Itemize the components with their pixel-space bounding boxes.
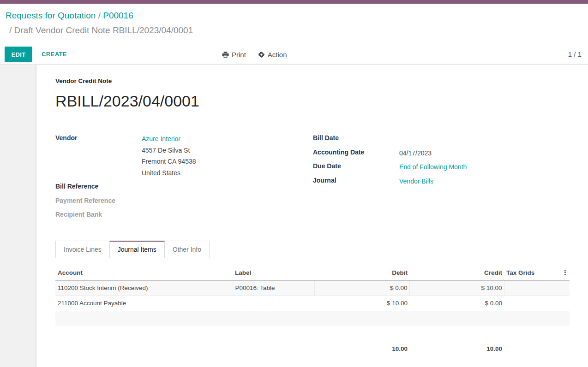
app-top-bar: [0, 0, 588, 4]
tab-invoice-lines[interactable]: Invoice Lines: [55, 241, 110, 258]
cell-credit[interactable]: $ 0.00: [409, 296, 504, 311]
cell-debit[interactable]: $ 10.00: [314, 296, 409, 311]
vendor-field-label: Vendor: [55, 133, 142, 142]
cell-tax-grids[interactable]: [504, 280, 570, 296]
field-journal: Journal Vendor Bills: [313, 176, 569, 190]
action-menus: Print Action: [222, 47, 287, 62]
create-button[interactable]: CREATE: [42, 47, 67, 62]
vendor-field-value: Azure Interior 4557 De Silva St Fremont …: [142, 133, 196, 178]
column-header-credit[interactable]: Credit: [409, 265, 504, 281]
vendor-address-line3: United States: [142, 167, 196, 179]
field-accounting-date: Accounting Date 04/17/2023: [313, 148, 569, 162]
gear-icon: [258, 51, 265, 58]
vendor-address-line1: 4557 De Silva St: [142, 145, 196, 156]
action-label: Action: [268, 51, 287, 59]
accounting-date-label: Accounting Date: [313, 148, 399, 156]
vendor-address-line2: Fremont CA 94538: [142, 156, 196, 167]
breadcrumb-separator-2: /: [9, 25, 12, 35]
cell-credit[interactable]: $ 10.00: [409, 280, 504, 296]
breadcrumb-line2: / Draft Vendor Credit Note RBILL/2023/04…: [6, 24, 582, 36]
recipient-bank-label: Recipient Bank: [55, 210, 142, 218]
record-pager[interactable]: 1 / 1: [568, 47, 582, 62]
journal-value-link[interactable]: Vendor Bills: [399, 178, 433, 185]
due-date-label: Due Date: [313, 161, 399, 170]
main-content-area: Vendor Credit Note RBILL/2023/04/0001 Ve…: [0, 65, 588, 367]
printer-icon: [222, 51, 229, 58]
cell-account[interactable]: 211000 Account Payable: [55, 296, 233, 311]
journal-label: Journal: [313, 176, 399, 184]
cell-account[interactable]: 110200 Stock Interim (Received): [55, 280, 233, 296]
control-panel: Requests for Quotation / P00016 / Draft …: [0, 4, 588, 65]
form-sheet: Vendor Credit Note RBILL/2023/04/0001 Ve…: [36, 65, 588, 367]
field-group-right: Bill Date Accounting Date 04/17/2023 Due…: [313, 133, 569, 224]
accounting-date-value[interactable]: 04/17/2023: [399, 148, 432, 159]
column-header-debit[interactable]: Debit: [314, 265, 409, 281]
field-bill-date: Bill Date: [313, 133, 569, 148]
total-debit: 10.00: [55, 340, 409, 352]
document-title[interactable]: RBILL/2023/04/0001: [55, 91, 569, 111]
payment-reference-label: Payment Reference: [55, 196, 142, 204]
bill-reference-label: Bill Reference: [55, 182, 142, 190]
document-type-label: Vendor Credit Note: [55, 77, 569, 84]
vendor-link[interactable]: Azure Interior: [142, 135, 180, 142]
breadcrumb-separator: /: [98, 11, 101, 20]
column-header-account[interactable]: Account: [55, 265, 233, 281]
table-totals-row: 10.00 10.00: [55, 340, 570, 352]
control-panel-buttons: EDIT CREATE Print: [0, 43, 588, 61]
table-row[interactable]: 110200 Stock Interim (Received) P00016: …: [55, 280, 570, 296]
field-due-date: Due Date End of Following Month: [313, 161, 569, 176]
column-header-tax-grids[interactable]: Tax Grids ⋮: [504, 265, 570, 281]
total-credit: 10.00: [409, 340, 504, 352]
field-recipient-bank: Recipient Bank: [55, 210, 313, 224]
breadcrumb: Requests for Quotation / P00016 / Draft …: [0, 4, 588, 36]
optional-columns-icon[interactable]: ⋮: [562, 269, 569, 276]
table-header-row: Account Label Debit Credit Tax Grids ⋮: [55, 265, 570, 281]
breadcrumb-line1: Requests for Quotation / P00016: [6, 10, 582, 22]
field-bill-reference: Bill Reference: [55, 182, 313, 196]
print-label: Print: [232, 51, 246, 59]
notebook-tabs: Invoice Lines Journal Items Other Info: [36, 241, 588, 258]
tab-other-info[interactable]: Other Info: [164, 241, 210, 258]
due-date-value-link[interactable]: End of Following Month: [399, 163, 467, 171]
tab-journal-items[interactable]: Journal Items: [109, 241, 165, 258]
breadcrumb-link-requests-for-quotation[interactable]: Requests for Quotation: [6, 11, 96, 20]
field-group-left: Vendor Azure Interior 4557 De Silva St F…: [55, 133, 313, 224]
edit-button[interactable]: EDIT: [5, 47, 32, 62]
cell-label[interactable]: P00016: Table: [233, 280, 314, 296]
bill-date-label: Bill Date: [313, 133, 399, 142]
journal-items-table: Account Label Debit Credit Tax Grids ⋮ 1…: [55, 265, 570, 311]
cell-label[interactable]: [233, 296, 314, 311]
empty-table-band: [55, 311, 570, 326]
breadcrumb-current-record: Draft Vendor Credit Note RBILL/2023/04/0…: [14, 25, 193, 35]
field-vendor: Vendor Azure Interior 4557 De Silva St F…: [55, 133, 313, 182]
action-menu[interactable]: Action: [258, 51, 287, 59]
field-groups: Vendor Azure Interior 4557 De Silva St F…: [55, 133, 569, 224]
cell-tax-grids[interactable]: [504, 296, 570, 311]
cell-debit[interactable]: $ 0.00: [314, 280, 409, 296]
breadcrumb-link-p00016[interactable]: P00016: [103, 11, 133, 20]
table-row[interactable]: 211000 Account Payable $ 10.00 $ 0.00: [55, 296, 570, 311]
print-menu[interactable]: Print: [222, 51, 246, 59]
column-header-label[interactable]: Label: [233, 265, 314, 281]
field-payment-reference: Payment Reference: [55, 196, 313, 210]
